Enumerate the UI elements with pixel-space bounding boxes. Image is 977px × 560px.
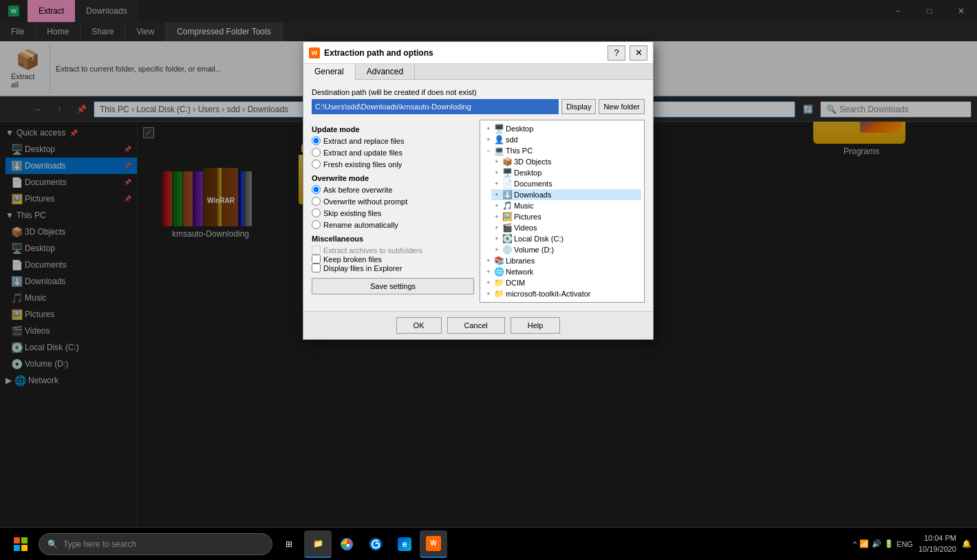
tree-item-sdd[interactable]: + 👤 sdd	[483, 134, 641, 145]
tree-icon-vids: 🎬	[502, 223, 513, 233]
tree-label-vol: Volume (D:)	[514, 246, 554, 254]
destination-input[interactable]	[312, 99, 559, 114]
tree-label-vids: Videos	[514, 224, 537, 232]
radio-extract-update[interactable]: Extract and update files	[312, 148, 474, 157]
tree-item-network[interactable]: + 🌐 Network	[483, 266, 641, 277]
chrome-taskbar[interactable]	[333, 530, 361, 558]
tree-expand-sdd: +	[484, 136, 493, 144]
tree-item-microsoft[interactable]: + 📁 microsoft-toolkit-Activator	[483, 288, 641, 299]
tree-item-videos[interactable]: + 🎬 Videos	[491, 222, 641, 233]
taskbar-search-icon: 🔍	[47, 539, 58, 549]
ok-button[interactable]: OK	[396, 317, 442, 334]
tree-label-ms: microsoft-toolkit-Activator	[506, 290, 590, 298]
cb-display-explorer[interactable]: Display files in Explorer	[312, 263, 474, 272]
dialog-tab-advanced[interactable]: Advanced	[356, 64, 415, 79]
tree-expand-music: +	[493, 202, 501, 210]
tree-expand-vol: +	[493, 246, 501, 254]
tree-expand-3do: +	[493, 158, 501, 166]
notification-icon[interactable]: 🔔	[962, 539, 971, 548]
tree-expand-vids: +	[493, 224, 501, 232]
winrar-taskbar[interactable]: W	[420, 530, 447, 558]
tree-label-dl: Downloads	[514, 191, 551, 199]
svg-rect-3	[21, 545, 28, 551]
tree-icon-lib: 📚	[494, 256, 504, 266]
new-folder-button[interactable]: New folder	[599, 99, 645, 114]
tree-label-3do: 3D Objects	[514, 158, 551, 166]
tree-expand-ld: +	[493, 235, 501, 243]
radio-extract-replace[interactable]: Extract and replace files	[312, 136, 474, 145]
dialog-title-text: Extraction path and options	[324, 48, 603, 58]
edge-taskbar[interactable]	[362, 530, 389, 558]
taskbar-search[interactable]: 🔍 Type here to search	[39, 533, 272, 555]
dialog-overlay: W Extraction path and options ? ✕ Genera…	[0, 0, 977, 527]
tree-icon-sdd: 👤	[494, 135, 504, 144]
radio-ask-overwrite[interactable]: Ask before overwrite	[312, 185, 474, 194]
dialog-help-btn[interactable]: ?	[608, 45, 625, 61]
tree-icon-desktop: 🖥️	[494, 124, 504, 133]
tree-expand-net: +	[484, 268, 493, 276]
radio-skip-existing[interactable]: Skip existing files	[312, 208, 474, 217]
file-explorer-taskbar[interactable]: 📁	[304, 530, 332, 558]
tree-icon-pics: 🖼️	[502, 212, 513, 222]
dialog-app-icon: W	[309, 47, 320, 58]
dialog-tab-general[interactable]: General	[303, 64, 356, 80]
tree-item-desktop2[interactable]: + 🖥️ Desktop	[491, 167, 641, 178]
taskbar: 🔍 Type here to search ⊞ 📁 e W	[0, 527, 977, 560]
volume-tray-icon[interactable]: 🔊	[872, 539, 881, 548]
radio-overwrite-no-prompt[interactable]: Overwrite without prompt	[312, 197, 474, 206]
taskbar-search-placeholder: Type here to search	[63, 539, 136, 549]
lang-indicator: ENG	[897, 540, 913, 548]
tree-item-libraries[interactable]: + 📚 Libraries	[483, 255, 641, 266]
chrome-icon	[340, 537, 354, 551]
cancel-button[interactable]: Cancel	[447, 317, 505, 334]
save-settings-button[interactable]: Save settings	[312, 278, 474, 294]
tree-item-dcim[interactable]: + 📁 DCIM	[483, 277, 641, 288]
task-view-button[interactable]: ⊞	[275, 530, 303, 558]
display-button[interactable]: Display	[561, 99, 596, 114]
tree-item-3dobjects[interactable]: + 📦 3D Objects	[491, 156, 641, 167]
tree-item-downloads[interactable]: + ⬇️ Downloads	[491, 189, 641, 200]
battery-tray-icon: 🔋	[884, 539, 894, 548]
tree-label-dcim: DCIM	[506, 279, 525, 287]
start-button[interactable]	[6, 530, 36, 558]
tree-item-volume[interactable]: + 💿 Volume (D:)	[491, 244, 641, 255]
overwrite-group: Ask before overwrite Overwrite without p…	[312, 185, 474, 229]
tree-label-thispc: This PC	[506, 147, 533, 155]
tree-item-pictures[interactable]: + 🖼️ Pictures	[491, 211, 641, 222]
system-tray: ^ 📶 🔊 🔋 ENG	[853, 539, 913, 548]
tree-label-music: Music	[514, 202, 534, 210]
update-mode-group: Extract and replace files Extract and up…	[312, 136, 474, 169]
radio-fresh-only[interactable]: Fresh existing files only	[312, 160, 474, 169]
dialog-tabs: General Advanced	[303, 64, 653, 80]
tree-label-lib: Libraries	[506, 257, 535, 265]
radio-rename-auto[interactable]: Rename automatically	[312, 220, 474, 229]
tree-icon-ms: 📁	[494, 289, 504, 299]
tray-arrow-icon[interactable]: ^	[853, 540, 857, 548]
edge-icon	[369, 537, 383, 551]
tree-item-music[interactable]: + 🎵 Music	[491, 200, 641, 211]
msedge-icon: e	[398, 537, 411, 551]
tree-expand-desktop: +	[484, 125, 493, 133]
dialog-close-btn[interactable]: ✕	[630, 45, 647, 61]
tree-icon-desk2: 🖥️	[502, 168, 513, 177]
tree-item-localdisk[interactable]: + 💽 Local Disk (C:)	[491, 233, 641, 244]
help-button[interactable]: Help	[511, 317, 561, 334]
edge2-taskbar[interactable]: e	[391, 530, 418, 558]
tree-icon-net: 🌐	[494, 267, 504, 277]
time-display[interactable]: 10:04 PM 10/19/2020	[919, 533, 956, 554]
tree-icon-vol: 💿	[502, 245, 513, 255]
windows-logo-icon	[14, 537, 28, 551]
tree-label-docs: Documents	[514, 180, 552, 188]
dialog-title-bar: W Extraction path and options ? ✕	[303, 42, 653, 64]
tree-item-desktop[interactable]: + 🖥️ Desktop	[483, 123, 641, 134]
dialog-path-row: Display New folder	[312, 99, 645, 114]
tree-expand-docs: +	[493, 180, 501, 188]
taskbar-icons: ⊞ 📁 e W	[275, 530, 447, 558]
tree-label-ld: Local Disk (C:)	[514, 235, 563, 243]
cb-keep-broken[interactable]: Keep broken files	[312, 255, 474, 263]
tree-item-documents[interactable]: + 📄 Documents	[491, 178, 641, 189]
tree-expand-dl: +	[493, 191, 501, 199]
tree-item-thispc[interactable]: − 💻 This PC	[483, 145, 641, 156]
network-tray-icon[interactable]: 📶	[859, 539, 869, 548]
cb-extract-subfolders[interactable]: Extract archives to subfolders	[312, 246, 474, 255]
